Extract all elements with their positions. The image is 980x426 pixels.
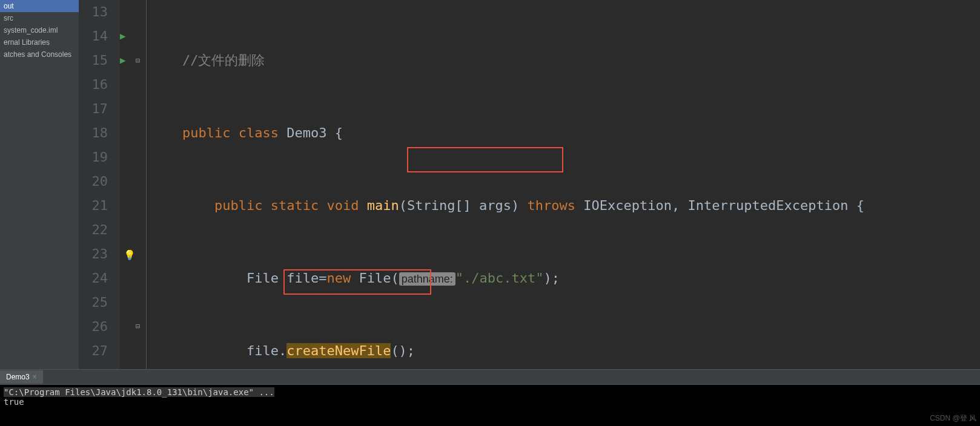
run-gutter: ▶ ▶ 💡 — [120, 0, 133, 369]
code-comment: //文件的删除 — [182, 53, 265, 68]
param-hint: pathname: — [399, 272, 455, 286]
fold-icon[interactable]: ⊟ — [136, 56, 140, 65]
bottom-tab-bar: Demo3 × — [0, 369, 980, 384]
close-icon[interactable]: × — [33, 373, 37, 381]
code-area[interactable]: //文件的删除 public class Demo3 { public stat… — [147, 0, 980, 369]
txt: file. — [247, 343, 286, 358]
sidebar-item-iml[interactable]: system_code.iml — [0, 24, 79, 36]
txt: ); — [543, 270, 560, 286]
sidebar-item-external-libraries[interactable]: ernal Libraries — [0, 36, 79, 48]
annotation-box — [407, 147, 563, 172]
console-line: "C:\Program Files\Java\jdk1.8.0_131\bin\… — [4, 387, 274, 397]
txt: (String[] args) — [399, 198, 528, 213]
method-call: createNewFile — [286, 343, 391, 358]
tab-label: Demo3 — [6, 373, 30, 381]
fold-column: ⊟ ⊟ — [133, 0, 147, 369]
txt: { — [326, 125, 343, 140]
run-icon[interactable]: ▶ — [120, 30, 126, 42]
project-sidebar: out src system_code.iml ernal Libraries … — [0, 0, 79, 369]
code-editor[interactable]: 1314151617 1819202122 2324252627 ▶ ▶ 💡 ⊟… — [79, 0, 980, 369]
run-icon[interactable]: ▶ — [120, 54, 126, 66]
class-name: Demo3 — [286, 125, 326, 140]
string: "./abc.txt" — [455, 270, 544, 286]
console-output[interactable]: "C:\Program Files\Java\jdk1.8.0_131\bin\… — [0, 384, 980, 426]
line-gutter: 1314151617 1819202122 2324252627 — [79, 0, 120, 369]
txt: IOException, InterruptedException { — [575, 198, 864, 213]
kw: public — [182, 125, 230, 140]
method-name: main — [367, 198, 399, 213]
kw: throws — [528, 198, 575, 213]
txt: File file= — [247, 270, 326, 286]
sidebar-item-src[interactable]: src — [0, 12, 79, 24]
kw: new — [326, 270, 351, 286]
kw: void — [326, 198, 359, 213]
tab-demo3[interactable]: Demo3 × — [0, 370, 43, 384]
fold-icon[interactable]: ⊟ — [136, 322, 140, 330]
txt: File( — [351, 270, 399, 286]
sidebar-item-scratches[interactable]: atches and Consoles — [0, 48, 79, 61]
kw: public — [214, 198, 262, 213]
watermark: CSDN @登 风 — [930, 413, 976, 424]
kw: class — [239, 125, 279, 140]
kw: static — [271, 198, 319, 213]
sidebar-item-out[interactable]: out — [0, 0, 79, 12]
txt: (); — [391, 343, 415, 358]
console-line: true — [4, 397, 976, 407]
